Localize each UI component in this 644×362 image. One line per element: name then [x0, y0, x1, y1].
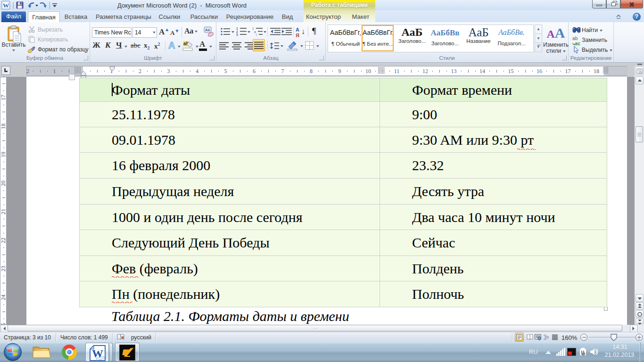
- svg-text:W: W: [3, 2, 9, 9]
- svg-text:3: 3: [236, 33, 238, 36]
- svg-text:Аа: Аа: [205, 28, 210, 32]
- svg-text:i: i: [256, 33, 256, 36]
